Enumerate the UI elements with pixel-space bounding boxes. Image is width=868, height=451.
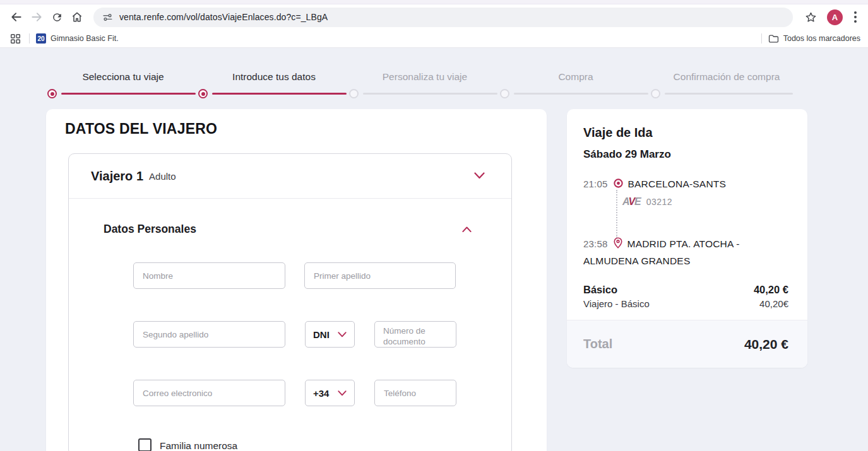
step-dot-icon: [198, 89, 208, 98]
browser-menu-button[interactable]: [849, 7, 862, 27]
summary-date: Sábado 29 Marzo: [583, 148, 788, 161]
total-label: Total: [583, 337, 612, 351]
segundo-apellido-input[interactable]: [133, 321, 285, 348]
departure-time: 21:05: [583, 179, 608, 189]
traveler-data-card: DATOS DEL VIAJERO Viajero 1 Adulto Datos…: [46, 109, 547, 451]
fare-price: 40,20 €: [754, 284, 788, 296]
step-dot-icon: [47, 89, 57, 98]
departure-row: 21:05BARCELONA-SANTS: [583, 176, 788, 193]
step-compra: Compra: [500, 66, 651, 102]
step-personaliza-tu-viaje: Personaliza tu viaje: [349, 66, 500, 102]
fare-detail-label: Viajero - Básico: [583, 298, 650, 309]
url-bar[interactable]: venta.renfe.com/vol/datosViajeEnlaces.do…: [93, 8, 793, 27]
chevron-down-icon: [338, 390, 347, 396]
site-settings-icon: [102, 12, 113, 23]
step-label: Introduce tus datos: [205, 71, 343, 83]
correo-electronico-input[interactable]: [133, 380, 285, 406]
chevron-down-icon: [338, 332, 347, 337]
star-icon: [805, 11, 817, 23]
step-confirmacion-de-compra: Confirmación de compra: [651, 66, 802, 102]
traveler-name: Viajero 1: [91, 169, 143, 184]
trip-summary-card: Viaje de Ida Sábado 29 Marzo 21:05BARCEL…: [567, 109, 807, 368]
numero-documento-input[interactable]: Número de documento: [374, 321, 456, 348]
phone-prefix-value: +34: [313, 388, 329, 399]
step-dot-icon: [500, 89, 509, 98]
bookmarks-separator: [29, 33, 30, 44]
bookmark-item-gimnasio[interactable]: 20 Gimnasio Basic Fit.: [36, 33, 119, 44]
step-label: Compra: [506, 71, 645, 83]
url-text: venta.renfe.com/vol/datosViajeEnlaces.do…: [119, 12, 328, 22]
bookmark-favicon: 20: [36, 33, 46, 44]
familia-numerosa-label: Familia numerosa: [160, 438, 237, 451]
document-type-select[interactable]: DNI: [305, 321, 355, 348]
primer-apellido-input[interactable]: [304, 262, 456, 289]
section-title: Datos Personales: [104, 223, 196, 236]
step-line: [665, 93, 793, 95]
ave-logo: AVE: [622, 196, 641, 208]
step-line: [514, 93, 648, 95]
bookmarks-separator-right: [761, 33, 762, 44]
route-dotted-line: [616, 190, 617, 238]
route-timeline: 21:05BARCELONA-SANTS AVE 03212 23:58MADR…: [583, 176, 788, 269]
arrival-time: 23:58: [583, 238, 608, 249]
forward-button[interactable]: [27, 7, 47, 27]
forward-arrow-icon: [30, 11, 43, 23]
chevron-up-icon[interactable]: [462, 224, 472, 235]
document-type-value: DNI: [313, 329, 330, 340]
refresh-icon: [51, 11, 63, 23]
refresh-button[interactable]: [47, 7, 67, 27]
step-introduce-tus-datos[interactable]: Introduce tus datos: [198, 66, 349, 102]
apps-grid-icon: [10, 33, 21, 44]
back-arrow-icon: [10, 11, 23, 23]
step-selecciona-tu-viaje[interactable]: Selecciona tu viaje: [47, 66, 198, 102]
nombre-input[interactable]: [133, 262, 285, 289]
departure-station: BARCELONA-SANTS: [628, 179, 726, 189]
fare-summary: Básico 40,20 € Viajero - Básico 40,20€: [583, 284, 788, 309]
home-button[interactable]: [67, 7, 87, 27]
summary-title: Viaje de Ida: [583, 126, 788, 140]
fare-row-basico: Básico 40,20 €: [583, 284, 788, 296]
datos-personales-header: Datos Personales: [104, 223, 472, 236]
purchase-stepper: Selecciona tu viaje Introduce tus datos …: [47, 66, 802, 102]
page-title: DATOS DEL VIAJERO: [46, 109, 547, 138]
personal-data-form: DNI Número de documento +34 Familia nume…: [133, 262, 511, 451]
fare-detail-price: 40,20€: [759, 298, 788, 309]
step-dot-icon: [349, 89, 359, 98]
phone-prefix-select[interactable]: +34: [305, 380, 355, 406]
step-line: [61, 93, 196, 95]
step-label: Personaliza tu viaje: [355, 71, 494, 83]
three-dots-icon: [854, 11, 857, 23]
bookmark-label: Gimnasio Basic Fit.: [51, 34, 119, 43]
step-label: Confirmación de compra: [657, 71, 796, 83]
step-line: [212, 93, 347, 95]
profile-avatar[interactable]: A: [827, 9, 843, 25]
total-amount: 40,20 €: [744, 337, 788, 352]
folder-icon: [768, 34, 779, 44]
tab-strip: [0, 0, 868, 4]
all-bookmarks-label: Todos los marcadores: [783, 34, 860, 43]
numero-documento-placeholder: Número de documento: [383, 325, 448, 347]
traveler-1-panel: Viajero 1 Adulto Datos Personales DNI: [68, 153, 512, 451]
fare-name: Básico: [583, 284, 617, 296]
chevron-down-icon[interactable]: [474, 170, 485, 182]
all-bookmarks-button[interactable]: Todos los marcadores: [768, 34, 860, 44]
step-dot-icon: [651, 89, 660, 98]
train-number: 03212: [646, 197, 672, 207]
arrival-row: 23:58MADRID PTA. ATOCHA - ALMUDENA GRAND…: [583, 236, 788, 269]
home-icon: [71, 11, 83, 23]
browser-toolbar: venta.renfe.com/vol/datosViajeEnlaces.do…: [0, 4, 868, 30]
step-label: Selecciona tu viaje: [54, 71, 193, 83]
total-bar: Total 40,20 €: [567, 320, 807, 368]
bookmarks-bar: 20 Gimnasio Basic Fit. Todos los marcado…: [0, 30, 868, 48]
traveler-1-header[interactable]: Viajero 1 Adulto: [69, 154, 511, 199]
familia-numerosa-checkbox[interactable]: [138, 438, 152, 451]
destination-pin-icon: [613, 237, 623, 253]
bookmark-star-button[interactable]: [800, 7, 821, 27]
fare-detail-row: Viajero - Básico 40,20€: [583, 298, 788, 309]
train-info: AVE 03212: [622, 196, 788, 208]
familia-numerosa-row: Familia numerosa: [138, 438, 511, 451]
apps-grid-button[interactable]: [8, 31, 23, 46]
back-button[interactable]: [6, 7, 27, 27]
origin-circle-icon: [613, 177, 624, 193]
telefono-input[interactable]: [374, 380, 456, 406]
